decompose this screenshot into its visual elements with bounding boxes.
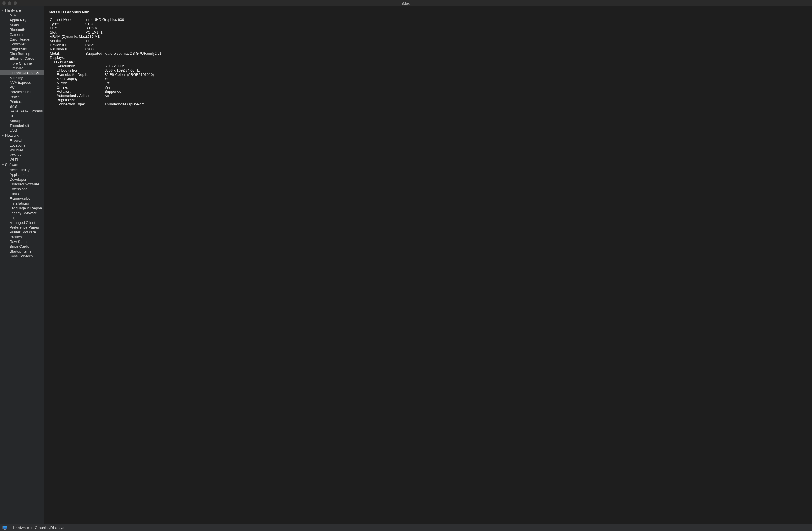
sidebar-item[interactable]: Disabled Software <box>0 182 44 187</box>
property-value: 0x0000 <box>85 47 809 51</box>
sidebar-item[interactable]: PCI <box>0 85 44 90</box>
sidebar-item[interactable]: Controller <box>0 42 44 46</box>
sidebar-item[interactable]: Ethernet Cards <box>0 56 44 61</box>
sidebar-item[interactable]: ATA <box>0 13 44 18</box>
sidebar-item[interactable]: SmartCards <box>0 244 44 249</box>
sidebar-item[interactable]: Printers <box>0 99 44 104</box>
property-value: Yes <box>104 85 809 89</box>
sidebar-item[interactable]: Fibre Channel <box>0 61 44 66</box>
property-value: 30-Bit Colour (ARGB2101010) <box>104 72 809 77</box>
property-key: VRAM (Dynamic, Max): <box>50 34 84 39</box>
sidebar-item[interactable]: Power <box>0 95 44 99</box>
sidebar-item[interactable]: Locations <box>0 143 44 148</box>
property-value: 0x3e92 <box>85 43 809 47</box>
sidebar-item[interactable]: Audio <box>0 23 44 27</box>
gpu-title: Intel UHD Graphics 630: <box>48 10 809 14</box>
sidebar-item[interactable]: Managed Client <box>0 220 44 225</box>
sidebar-item[interactable]: Disc Burning <box>0 51 44 56</box>
sidebar-section-header[interactable]: Network <box>0 133 44 138</box>
breadcrumb-item[interactable]: Hardware <box>13 526 29 530</box>
sidebar-item[interactable]: Profiles <box>0 234 44 239</box>
sidebar-item[interactable]: Logs <box>0 215 44 220</box>
property-value: 3008 x 1692 @ 60 Hz <box>104 68 809 72</box>
property-key: Slot: <box>50 30 84 34</box>
property-key: Chipset Model: <box>50 17 84 22</box>
breadcrumb-item[interactable]: Graphics/Displays <box>35 526 64 530</box>
titlebar[interactable]: iMac <box>0 0 812 6</box>
sidebar-item[interactable]: Card Reader <box>0 37 44 42</box>
sidebar-item[interactable]: WWAN <box>0 153 44 157</box>
property-value: 1536 MB <box>85 34 809 39</box>
disclosure-triangle-icon[interactable] <box>2 135 4 137</box>
property-key: Metal: <box>50 51 84 56</box>
sidebar-item[interactable]: Graphics/Displays <box>0 70 44 75</box>
sidebar-item[interactable]: Bluetooth <box>0 27 44 32</box>
sidebar-section-header[interactable]: Software <box>0 162 44 168</box>
system-info-window: iMac HardwareATAApple PayAudioBluetoothC… <box>0 0 812 531</box>
sidebar-section-header[interactable]: Hardware <box>0 8 44 13</box>
sidebar-item[interactable]: NVMExpress <box>0 80 44 85</box>
sidebar-item[interactable]: Applications <box>0 172 44 177</box>
sidebar[interactable]: HardwareATAApple PayAudioBluetoothCamera… <box>0 6 44 524</box>
sidebar-item[interactable]: Installations <box>0 201 44 206</box>
sidebar-item[interactable]: Fonts <box>0 191 44 196</box>
sidebar-item[interactable]: FireWire <box>0 66 44 70</box>
sidebar-item[interactable]: Volumes <box>0 148 44 153</box>
sidebar-item[interactable]: Camera <box>0 32 44 37</box>
sidebar-item[interactable]: Printer Software <box>0 230 44 234</box>
sidebar-item[interactable]: Startup Items <box>0 249 44 254</box>
sidebar-section-label: Network <box>5 133 19 138</box>
property-key: Main Display: <box>57 77 103 81</box>
display-properties: Resolution:6016 x 3384UI Looks like:3008… <box>57 64 809 106</box>
sidebar-item[interactable]: Raw Support <box>0 239 44 244</box>
disclosure-triangle-icon[interactable] <box>2 164 4 166</box>
sidebar-item[interactable]: Diagnostics <box>0 46 44 51</box>
sidebar-item[interactable]: Preference Panes <box>0 225 44 230</box>
property-key: Vendor: <box>50 39 84 43</box>
sidebar-item[interactable]: Memory <box>0 75 44 80</box>
property-key: Mirror: <box>57 81 103 85</box>
sidebar-item[interactable]: SPI <box>0 114 44 118</box>
gpu-properties: Chipset Model:Intel UHD Graphics 630Type… <box>50 17 809 56</box>
sidebar-item[interactable]: Accessibility <box>0 168 44 172</box>
display-name: LG HDR 4K: <box>54 60 809 64</box>
sidebar-item[interactable]: Firewall <box>0 138 44 143</box>
imac-icon[interactable] <box>2 526 7 530</box>
property-value: Built-In <box>85 26 809 30</box>
close-icon[interactable] <box>2 1 6 5</box>
minimize-icon[interactable] <box>8 1 11 5</box>
property-value: GPU <box>85 22 809 26</box>
property-value: No <box>104 94 809 102</box>
sidebar-item[interactable]: Parallel SCSI <box>0 90 44 95</box>
detail-pane: Intel UHD Graphics 630: Chipset Model:In… <box>44 6 812 524</box>
disclosure-triangle-icon[interactable] <box>2 10 4 11</box>
property-key: UI Looks like: <box>57 68 103 72</box>
zoom-icon[interactable] <box>14 1 17 5</box>
property-key: Framebuffer Depth: <box>57 72 103 77</box>
sidebar-item[interactable]: USB <box>0 128 44 133</box>
sidebar-item[interactable]: Wi-Fi <box>0 157 44 162</box>
sidebar-item[interactable]: SAS <box>0 104 44 109</box>
property-key: Connection Type: <box>57 102 103 106</box>
property-value: Supported <box>104 89 809 94</box>
sidebar-item[interactable]: Legacy Software <box>0 211 44 215</box>
sidebar-item[interactable]: Extensions <box>0 187 44 191</box>
sidebar-section-label: Software <box>5 163 19 167</box>
sidebar-item[interactable]: Thunderbolt <box>0 123 44 128</box>
window-body: HardwareATAApple PayAudioBluetoothCamera… <box>0 6 812 524</box>
property-key: Device ID: <box>50 43 84 47</box>
window-controls <box>2 1 17 5</box>
sidebar-item[interactable]: Language & Region <box>0 206 44 211</box>
sidebar-item[interactable]: Sync Services <box>0 254 44 258</box>
sidebar-item[interactable]: Apple Pay <box>0 18 44 23</box>
sidebar-item[interactable]: Storage <box>0 118 44 123</box>
property-value: Supported, feature set macOS GPUFamily2 … <box>85 51 809 56</box>
property-key: Rotation: <box>57 89 103 94</box>
sidebar-item[interactable]: Developer <box>0 177 44 182</box>
property-value: Thunderbolt/DisplayPort <box>104 102 809 106</box>
property-value: Intel UHD Graphics 630 <box>85 17 809 22</box>
sidebar-item[interactable]: Frameworks <box>0 196 44 201</box>
chevron-right-icon: › <box>31 526 32 530</box>
sidebar-section-label: Hardware <box>5 8 21 12</box>
sidebar-item[interactable]: SATA/SATA Express <box>0 109 44 114</box>
